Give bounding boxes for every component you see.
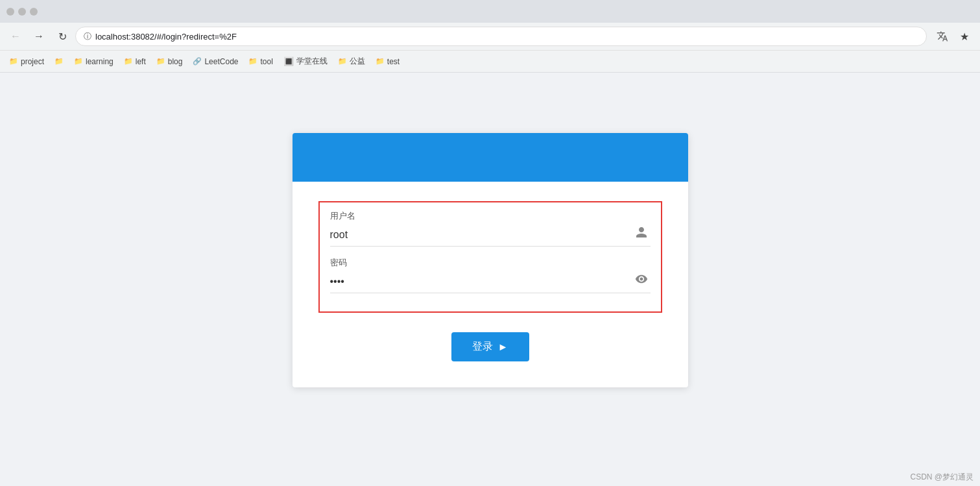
browser-titlebar xyxy=(0,0,980,23)
folder-icon: 📁 xyxy=(9,57,18,66)
bookmark-label: test xyxy=(387,57,400,66)
window-maximize-btn[interactable] xyxy=(30,8,38,16)
login-button[interactable]: 登录 ► xyxy=(451,332,529,361)
folder-icon: 📁 xyxy=(124,57,133,66)
bookmark-star-button[interactable]: ★ xyxy=(954,26,975,47)
browser-navbar: ← → ↻ ⓘ localhost:38082/#/login?redirect… xyxy=(0,23,980,50)
bookmark-label: left xyxy=(136,57,146,66)
password-label: 密码 xyxy=(330,257,651,269)
address-bar[interactable]: ⓘ localhost:38082/#/login?redirect=%2F xyxy=(75,27,927,46)
window-close-btn[interactable] xyxy=(6,8,14,16)
bookmark-label: project xyxy=(21,57,44,66)
login-card: 用户名 密码 xyxy=(293,133,688,387)
bookmark-leetcode[interactable]: 🔗 LeetCode xyxy=(189,55,242,69)
username-field: 用户名 xyxy=(330,210,651,247)
bookmark-label: 公益 xyxy=(350,56,365,67)
folder-icon: 📁 xyxy=(156,57,165,66)
eye-icon[interactable] xyxy=(632,273,651,289)
forward-button[interactable]: → xyxy=(29,26,49,47)
username-field-row xyxy=(330,226,651,247)
xuetang-icon: 🔳 xyxy=(283,56,294,66)
bookmark-learning[interactable]: 📁 learning xyxy=(70,55,117,69)
folder-icon: 📁 xyxy=(248,57,257,66)
user-icon xyxy=(632,226,651,242)
login-body: 用户名 密码 xyxy=(293,182,688,387)
folder-icon: 📁 xyxy=(376,57,385,66)
window-minimize-btn[interactable] xyxy=(18,8,26,16)
page-content: 用户名 密码 xyxy=(0,73,980,486)
refresh-button[interactable]: ↻ xyxy=(52,26,73,47)
back-button[interactable]: ← xyxy=(5,26,26,47)
url-text: localhost:38082/#/login?redirect=%2F xyxy=(95,32,918,42)
bookmark-label: 学堂在线 xyxy=(296,56,328,67)
translate-button[interactable] xyxy=(932,26,953,47)
bookmark-gongyi[interactable]: 📁 公益 xyxy=(334,53,369,69)
username-section: 用户名 密码 xyxy=(318,201,662,313)
browser-chrome: ← → ↻ ⓘ localhost:38082/#/login?redirect… xyxy=(0,0,980,73)
password-field-row xyxy=(330,273,651,293)
bookmark-tool[interactable]: 📁 tool xyxy=(245,55,276,69)
nav-right-icons: ★ xyxy=(932,26,975,47)
bookmark-test[interactable]: 📁 test xyxy=(372,55,403,69)
folder-icon: 📁 xyxy=(54,57,64,66)
bookmarks-bar: 📁 project 📁 📁 learning 📁 left 📁 blog 🔗 L… xyxy=(0,50,980,72)
bookmark-label: learning xyxy=(86,57,114,66)
bookmark-label: tool xyxy=(260,57,272,66)
login-arrow-icon: ► xyxy=(498,341,508,353)
watermark: CSDN @梦幻通灵 xyxy=(910,472,974,483)
username-input[interactable] xyxy=(330,228,632,242)
bookmark-folder2[interactable]: 📁 xyxy=(51,55,67,68)
bookmark-project[interactable]: 📁 project xyxy=(5,55,48,69)
bookmark-left[interactable]: 📁 left xyxy=(120,55,150,69)
password-field: 密码 xyxy=(330,257,651,293)
login-header xyxy=(293,133,688,182)
folder-icon: 📁 xyxy=(74,57,83,66)
link-icon: 🔗 xyxy=(193,57,202,66)
password-input[interactable] xyxy=(330,274,632,289)
bookmark-blog[interactable]: 📁 blog xyxy=(152,55,187,69)
login-button-label: 登录 xyxy=(472,340,493,354)
watermark-text: CSDN @梦幻通灵 xyxy=(910,472,974,481)
username-label: 用户名 xyxy=(330,210,651,222)
bookmark-label: LeetCode xyxy=(204,57,238,66)
lock-icon: ⓘ xyxy=(84,31,91,42)
bookmark-label: blog xyxy=(168,57,183,66)
bookmark-xuetang[interactable]: 🔳 学堂在线 xyxy=(280,53,331,69)
folder-icon: 📁 xyxy=(338,57,347,66)
login-button-container: 登录 ► xyxy=(318,332,662,361)
